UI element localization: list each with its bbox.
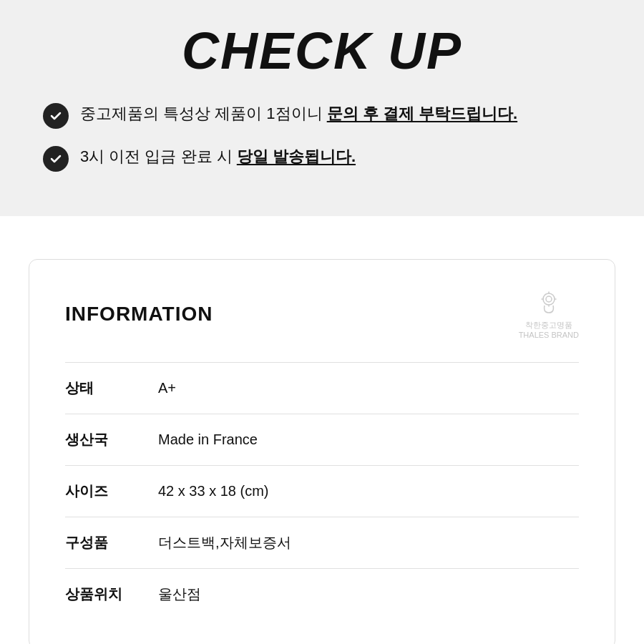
brand-logo-text: 착한중고명품 THALES BRAND	[519, 320, 579, 341]
info-header: INFORMATION 착한중고명품 THALES BRAND	[65, 288, 579, 341]
header-section: CHECK UP 중고제품의 특성상 제품이 1점이니 문의 후 결제 부탁드립…	[0, 0, 644, 216]
value-condition: A+	[158, 380, 176, 396]
value-location: 울산점	[158, 585, 201, 604]
value-components: 더스트백,자체보증서	[158, 533, 291, 552]
brand-logo: 착한중고명품 THALES BRAND	[519, 288, 579, 341]
check-text-1: 중고제품의 특성상 제품이 1점이니 문의 후 결제 부탁드립니다.	[80, 102, 517, 125]
label-condition: 상태	[65, 379, 158, 398]
table-row: 상태 A+	[65, 362, 579, 414]
check-item-1: 중고제품의 특성상 제품이 1점이니 문의 후 결제 부탁드립니다.	[43, 102, 601, 129]
svg-point-1	[546, 296, 552, 302]
brand-logo-icon	[535, 288, 563, 317]
table-row: 사이즈 42 x 33 x 18 (cm)	[65, 465, 579, 517]
checkmark-icon-2	[43, 146, 69, 172]
table-row: 생산국 Made in France	[65, 414, 579, 465]
label-components: 구성품	[65, 533, 158, 552]
info-title: INFORMATION	[65, 303, 213, 326]
svg-point-0	[543, 293, 555, 305]
checkmark-icon-1	[43, 103, 69, 129]
main-title: CHECK UP	[43, 21, 601, 80]
value-origin: Made in France	[158, 431, 258, 448]
label-size: 사이즈	[65, 482, 158, 501]
label-origin: 생산국	[65, 430, 158, 449]
value-size: 42 x 33 x 18 (cm)	[158, 483, 269, 499]
check-item-2: 3시 이전 입금 완료 시 당일 발송됩니다.	[43, 145, 601, 172]
check-text-2: 3시 이전 입금 완료 시 당일 발송됩니다.	[80, 145, 356, 168]
table-row: 구성품 더스트백,자체보증서	[65, 517, 579, 568]
table-row: 상품위치 울산점	[65, 568, 579, 620]
spacer	[0, 216, 644, 259]
info-card: INFORMATION 착한중고명품 THALES BRAND 상태 A+ 생산…	[29, 259, 615, 644]
label-location: 상품위치	[65, 585, 158, 604]
info-table: 상태 A+ 생산국 Made in France 사이즈 42 x 33 x 1…	[65, 362, 579, 620]
